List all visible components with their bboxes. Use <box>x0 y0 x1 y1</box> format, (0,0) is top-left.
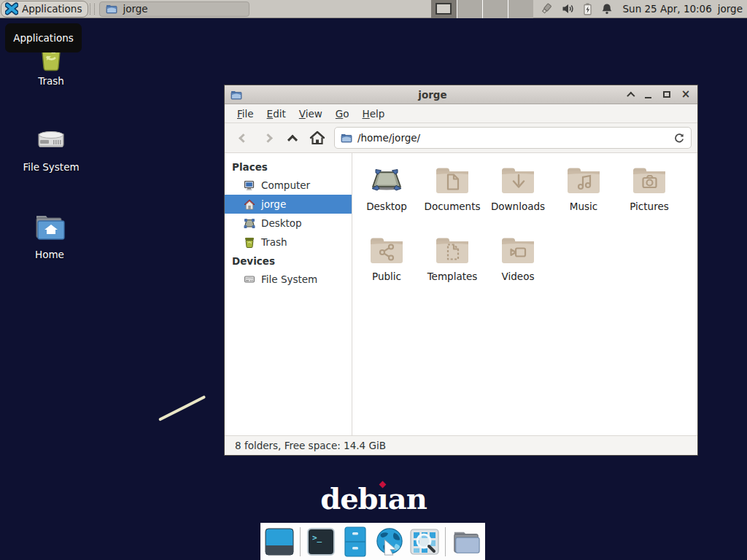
home-icon <box>309 131 325 145</box>
folder-icon <box>452 527 481 556</box>
drive-icon <box>34 122 68 158</box>
pictures-folder-icon <box>632 163 667 198</box>
dock-folder-button[interactable] <box>452 526 481 558</box>
close-icon: × <box>681 89 691 100</box>
home-folder-icon <box>32 210 67 245</box>
applications-tooltip-text: Applications <box>13 32 73 44</box>
menu-bar: File Edit View Go Help <box>225 104 697 123</box>
menu-edit[interactable]: Edit <box>260 108 293 120</box>
window-folder-icon <box>231 90 242 100</box>
sidebar-item-label: Trash <box>261 236 287 248</box>
sidebar-item-label: File System <box>261 273 317 285</box>
places-header: Places <box>225 158 352 176</box>
file-item-label: Pictures <box>616 201 682 212</box>
desktop-icon-file-system[interactable]: File System <box>13 122 89 173</box>
taskbar-window-button[interactable]: jorge <box>99 1 249 17</box>
volume-icon[interactable] <box>562 3 574 15</box>
workspace-1[interactable] <box>431 0 457 18</box>
dock-web-browser-button[interactable] <box>375 526 404 558</box>
dock-app-finder-button[interactable] <box>410 526 439 558</box>
dock-separator <box>300 527 301 556</box>
maximize-icon <box>663 91 670 98</box>
videos-folder-icon <box>500 233 535 268</box>
minimize-button[interactable] <box>642 89 654 101</box>
status-text: 8 folders, Free space: 14.4 GiB <box>235 440 386 451</box>
maximize-button[interactable] <box>661 89 673 101</box>
web-browser-globe-icon <box>375 526 404 557</box>
devices-header: Devices <box>225 252 352 270</box>
battery-icon[interactable] <box>582 3 593 15</box>
downloads-folder-icon <box>500 163 535 198</box>
desktop-special-icon <box>369 163 404 198</box>
applications-tooltip: Applications <box>5 23 82 52</box>
show-desktop-icon <box>265 527 294 556</box>
back-button[interactable] <box>231 127 255 149</box>
dock: >_ <box>260 523 485 560</box>
menu-file[interactable]: File <box>231 108 260 120</box>
debian-logo-pre: deb <box>320 481 377 516</box>
file-list: Desktop Documents <box>352 153 697 435</box>
dock-terminal-button[interactable]: >_ <box>306 526 335 558</box>
location-path[interactable]: /home/jorge/ <box>357 132 668 144</box>
sidebar-item-trash[interactable]: Trash <box>225 233 352 252</box>
file-item-documents[interactable]: Documents <box>419 163 485 233</box>
panel-username[interactable]: jorge <box>718 3 743 15</box>
folder-icon <box>106 4 117 14</box>
file-item-public[interactable]: Public <box>354 233 419 303</box>
applications-menu-label: Applications <box>22 3 82 15</box>
desktop-icon-home[interactable]: Home <box>12 210 88 260</box>
panel-clock[interactable]: Sun 25 Apr, 10:06 <box>623 3 712 15</box>
file-item-label: Documents <box>419 201 485 212</box>
notifications-bell-icon[interactable] <box>601 3 613 15</box>
file-item-label: Downloads <box>485 201 551 212</box>
file-item-videos[interactable]: Videos <box>485 233 551 303</box>
file-item-label: Templates <box>419 271 485 282</box>
file-item-music[interactable]: Music <box>551 163 616 233</box>
minimize-icon <box>645 97 651 98</box>
documents-folder-icon <box>435 163 470 198</box>
window-titlebar[interactable]: jorge × <box>225 85 697 104</box>
window-content: Places Computer jorge <box>225 153 697 435</box>
file-item-downloads[interactable]: Downloads <box>485 163 551 233</box>
home-icon <box>244 199 255 210</box>
application-finder-icon <box>410 527 439 556</box>
sidebar: Places Computer jorge <box>225 153 352 435</box>
sidebar-item-label: Computer <box>261 179 310 191</box>
file-item-templates[interactable]: Templates <box>419 233 485 303</box>
forward-button[interactable] <box>255 127 280 149</box>
templates-folder-icon <box>435 233 470 268</box>
file-item-label: Public <box>354 271 419 282</box>
shade-button[interactable] <box>623 89 635 101</box>
workspace-switcher[interactable] <box>431 0 533 18</box>
location-bar[interactable]: /home/jorge/ <box>334 127 692 149</box>
sidebar-item-computer[interactable]: Computer <box>225 176 352 195</box>
sidebar-item-jorge[interactable]: jorge <box>225 195 352 214</box>
dock-show-desktop-button[interactable] <box>265 526 294 558</box>
file-item-label: Videos <box>485 271 551 282</box>
home-button[interactable] <box>305 127 330 149</box>
music-folder-icon <box>566 163 601 198</box>
file-item-pictures[interactable]: Pictures <box>616 163 682 233</box>
menu-go[interactable]: Go <box>329 108 356 120</box>
sidebar-item-file-system[interactable]: File System <box>225 270 352 289</box>
workspace-window-thumbnail <box>436 3 452 15</box>
sidebar-item-desktop[interactable]: Desktop <box>225 214 352 233</box>
menu-view[interactable]: View <box>293 108 329 120</box>
panel-handle[interactable] <box>90 4 95 15</box>
removable-media-icon[interactable] <box>539 2 554 15</box>
up-button[interactable] <box>280 127 305 149</box>
close-button[interactable]: × <box>680 89 692 101</box>
reload-icon[interactable] <box>673 132 685 144</box>
drive-icon <box>244 274 255 284</box>
workspace-3[interactable] <box>482 0 508 18</box>
trash-icon <box>244 237 255 248</box>
file-item-label: Desktop <box>354 201 419 212</box>
workspace-2[interactable] <box>457 0 482 18</box>
chevron-right-icon <box>263 133 273 143</box>
dock-file-manager-button[interactable] <box>341 526 369 558</box>
applications-menu-button[interactable]: Applications <box>1 1 88 18</box>
workspace-4[interactable] <box>508 0 533 18</box>
menu-help[interactable]: Help <box>356 108 392 120</box>
sidebar-item-label: Desktop <box>261 217 302 229</box>
file-item-desktop[interactable]: Desktop <box>354 163 419 233</box>
